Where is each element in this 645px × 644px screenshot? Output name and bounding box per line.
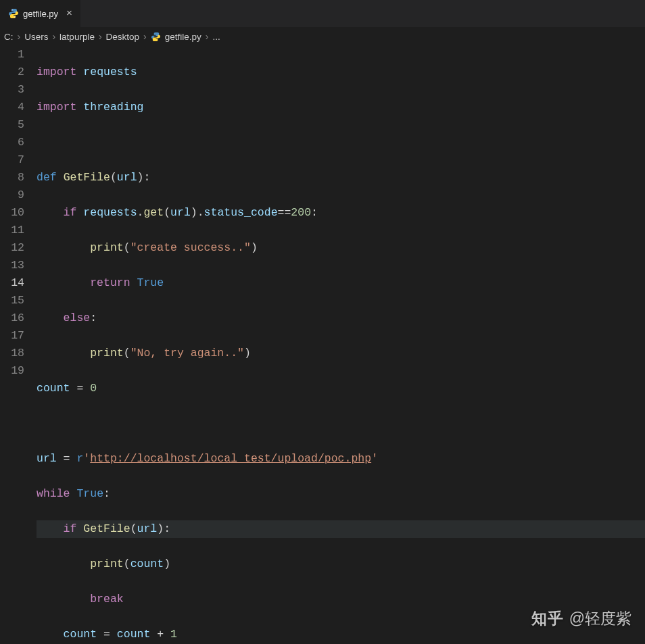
tab-filename: getfile.py (23, 9, 58, 19)
crumb-user[interactable]: latpurple (59, 32, 95, 42)
crumb-desktop[interactable]: Desktop (106, 32, 140, 42)
breadcrumb[interactable]: C:› Users› latpurple› Desktop› getfile.p… (0, 27, 645, 46)
crumb-file[interactable]: getfile.py (165, 32, 201, 42)
code-area[interactable]: import requests import threading def Get… (37, 46, 645, 644)
zhihu-logo-icon: 知乎 (531, 608, 564, 629)
chevron-right-icon: › (97, 31, 103, 42)
chevron-right-icon: › (51, 31, 57, 42)
crumb-drive[interactable]: C: (4, 32, 14, 42)
watermark: 知乎 @轻度紫 (531, 608, 631, 629)
tab-getfile[interactable]: getfile.py × (0, 0, 81, 27)
close-icon[interactable]: × (66, 8, 72, 20)
chevron-right-icon: › (16, 31, 22, 42)
chevron-right-icon: › (204, 31, 210, 42)
svg-point-0 (11, 9, 12, 10)
python-file-icon (8, 8, 19, 19)
line-gutter: 12345678910111213141516171819 (0, 46, 37, 644)
crumb-more[interactable]: ... (213, 32, 220, 42)
svg-point-1 (14, 17, 15, 18)
tab-bar: getfile.py × (0, 0, 645, 27)
crumb-users[interactable]: Users (24, 32, 48, 42)
chevron-right-icon: › (142, 31, 148, 42)
code-editor[interactable]: 12345678910111213141516171819 import req… (0, 46, 645, 644)
watermark-author: @轻度紫 (569, 608, 631, 629)
python-file-icon (151, 32, 161, 42)
